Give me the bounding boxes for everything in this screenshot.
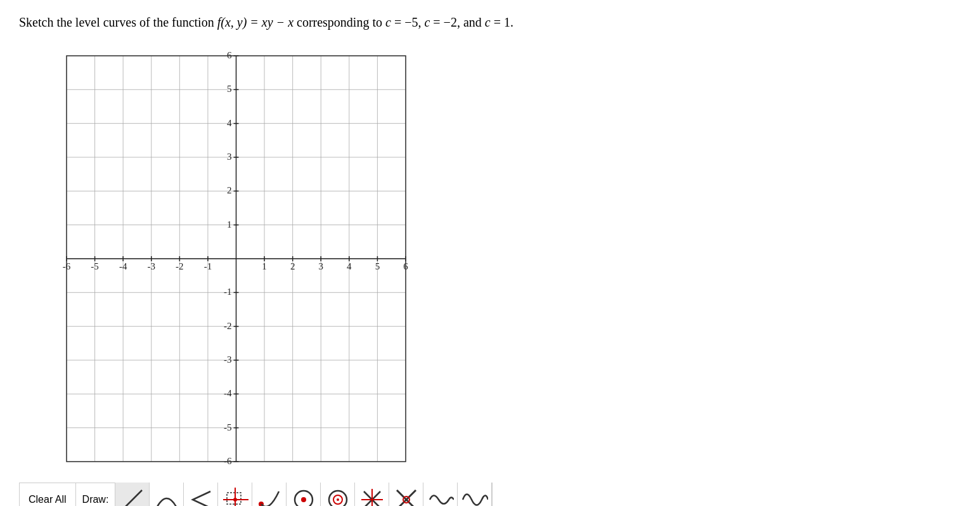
circle-dot-icon — [290, 486, 317, 506]
x-mark-button[interactable] — [389, 483, 423, 506]
wave2-button[interactable] — [458, 483, 492, 506]
circle-ring-icon — [325, 486, 351, 506]
wave1-button[interactable] — [423, 483, 458, 506]
draw-label: Draw: — [76, 483, 116, 506]
svg-line-1 — [123, 490, 142, 506]
page-container: Sketch the level curves of the function … — [0, 0, 980, 506]
graph-canvas[interactable] — [25, 43, 418, 474]
wave2-icon — [461, 486, 488, 506]
arch-tool-icon — [153, 486, 180, 506]
svg-point-11 — [337, 498, 339, 501]
clear-all-button[interactable]: Clear All — [20, 483, 76, 506]
angle-tool-button[interactable] — [184, 483, 218, 506]
svg-point-5 — [233, 498, 237, 502]
curve-tool-button[interactable] — [252, 483, 287, 506]
circle-dot-button[interactable] — [287, 483, 321, 506]
circle-ring-button[interactable] — [321, 483, 355, 506]
angle-tool-icon — [188, 486, 214, 506]
x-mark-icon — [393, 486, 420, 506]
graph-area — [25, 43, 418, 474]
line-tool-icon — [119, 486, 146, 506]
arch-tool-button[interactable] — [150, 483, 184, 506]
curve-tool-icon — [256, 486, 283, 506]
cross-x-button[interactable] — [355, 483, 389, 506]
bottom-toolbar: Clear All Draw: — [19, 483, 493, 506]
move-tool-button[interactable] — [218, 483, 252, 506]
line-tool-button[interactable] — [115, 483, 150, 506]
wave1-icon — [427, 486, 454, 506]
svg-point-8 — [301, 497, 306, 502]
move-tool-icon — [222, 486, 248, 506]
problem-title: Sketch the level curves of the function … — [19, 13, 961, 32]
cross-x-icon — [359, 486, 385, 506]
function-expression: f(x, y) = xy − x — [217, 15, 293, 29]
